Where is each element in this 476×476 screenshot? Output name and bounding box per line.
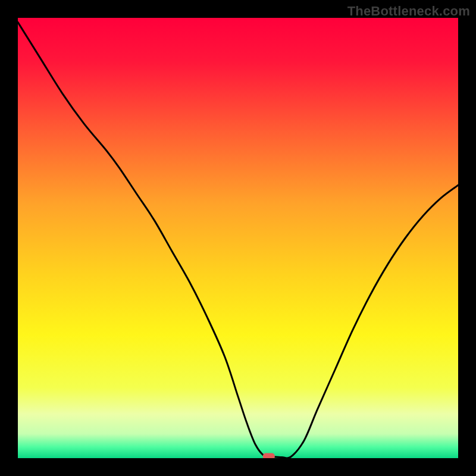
chart-background (18, 18, 458, 458)
chart-frame: TheBottleneck.com (0, 0, 476, 476)
minimum-marker (263, 453, 275, 458)
watermark-label: TheBottleneck.com (347, 4, 470, 19)
bottleneck-chart (18, 18, 458, 458)
